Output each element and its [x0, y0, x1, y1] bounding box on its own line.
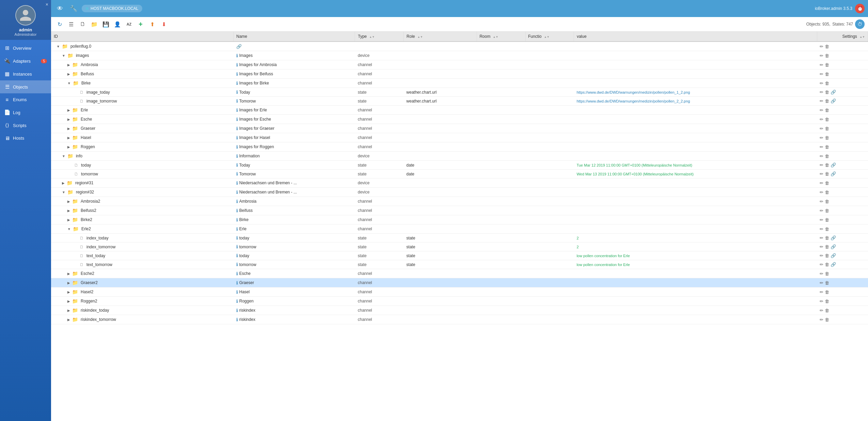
delete-button[interactable]: 🗑 [825, 208, 829, 213]
edit-button[interactable]: ✏ [820, 290, 823, 295]
delete-button[interactable]: 🗑 [825, 199, 829, 204]
edit-button[interactable]: ✏ [820, 81, 823, 86]
delete-button[interactable]: 🗑 [825, 144, 829, 150]
table-row[interactable]: ▶📁riskindex_tomorrowℹriskindexchannel✏🗑 [51, 315, 868, 324]
table-row[interactable]: ▶📁BeifussℹImages for Beifusschannel✏🗑 [51, 69, 868, 79]
sidebar-item-enums[interactable]: ≡ Enums [0, 93, 51, 106]
sidebar-item-overview[interactable]: ⊞ Overview [0, 42, 51, 54]
edit-button[interactable]: ✏ [820, 135, 823, 140]
expand-arrow[interactable]: ▼ [67, 81, 71, 85]
sidebar-item-adapters[interactable]: 🔌 Adapters 5 [0, 54, 51, 67]
table-row[interactable]: ▶📁RoggenℹImages for Roggenchannel✏🗑 [51, 142, 868, 152]
sidebar-item-log[interactable]: 📄 Log [0, 106, 51, 119]
table-row[interactable]: 🗋image_todayℹTodaystateweather.chart.url… [51, 88, 868, 97]
host-pill[interactable]: HOST MACBOOK.LOCAL [82, 5, 142, 12]
sidebar-item-scripts[interactable]: ⟨⟩ Scripts [0, 119, 51, 132]
expand-arrow[interactable]: ▶ [67, 309, 70, 312]
table-row[interactable]: 🗋tomorrowℹTomorowstatedateWed Mar 13 201… [51, 170, 868, 178]
expand-arrow[interactable]: ▶ [67, 218, 70, 222]
folder-view-button[interactable]: 📁 [89, 19, 99, 29]
upload-button[interactable]: ⬆ [147, 19, 157, 29]
table-row[interactable]: ▶📁AmbrosiaℹImages for Ambrosiachannel✏🗑 [51, 60, 868, 69]
delete-button[interactable]: 🗑 [825, 154, 829, 159]
delete-button[interactable]: 🗑 [825, 190, 829, 195]
expand-arrow[interactable]: ▶ [67, 318, 70, 322]
delete-button[interactable]: 🗑 [825, 117, 829, 122]
edit-button[interactable]: ✏ [820, 208, 823, 213]
edit-button[interactable]: ✏ [820, 217, 823, 222]
expand-arrow[interactable]: ▶ [67, 108, 70, 112]
toolbar-clock-button[interactable]: ⏱ [855, 19, 865, 29]
edit-button[interactable]: ✏ [820, 271, 823, 276]
table-row[interactable]: ▼📁infoℹInformationdevice✏🗑 [51, 152, 868, 161]
edit-button[interactable]: ✏ [820, 280, 823, 285]
delete-button[interactable]: 🗑 [825, 317, 829, 322]
edit-button[interactable]: ✏ [820, 181, 823, 186]
delete-button[interactable]: 🗑 [825, 44, 829, 49]
edit-button[interactable]: ✏ [820, 199, 823, 204]
topbar-clock-button[interactable]: ⏰ [855, 4, 865, 13]
edit-button[interactable]: ✏ [820, 72, 823, 77]
delete-button[interactable]: 🗑 [825, 126, 829, 131]
delete-button[interactable]: 🗑 [825, 181, 829, 186]
edit-button[interactable]: ✏ [820, 44, 823, 49]
table-row[interactable]: ▼📁region#32ℹNiedersachsen und Bremen - .… [51, 188, 868, 197]
eye-button[interactable]: 👁 [54, 3, 65, 14]
table-row[interactable]: ▼📁imagesℹImagesdevice✏🗑 [51, 51, 868, 60]
edit-button[interactable]: ✏ [820, 235, 823, 240]
sidebar-item-objects[interactable]: ☰ Objects [0, 80, 51, 93]
table-row[interactable]: ▶📁ErleℹImages for Erlechannel✏🗑 [51, 106, 868, 115]
expand-arrow[interactable]: ▶ [67, 209, 70, 213]
table-row[interactable]: ▼📁pollenflug.0🔗✏🗑 [51, 42, 868, 51]
expand-arrow[interactable]: ▼ [57, 45, 60, 48]
expand-arrow[interactable]: ▼ [62, 190, 65, 194]
refresh-button[interactable]: ↻ [54, 19, 65, 29]
table-row[interactable]: ▶📁HaselℹImages for Haselchannel✏🗑 [51, 133, 868, 142]
edit-button[interactable]: ✏ [820, 227, 823, 232]
expand-arrow[interactable]: ▼ [62, 154, 65, 158]
edit-button[interactable]: ✏ [820, 171, 823, 176]
expand-arrow[interactable]: ▶ [67, 145, 70, 149]
edit-button[interactable]: ✏ [820, 90, 823, 95]
delete-button[interactable]: 🗑 [825, 135, 829, 140]
table-row[interactable]: 🗋todayℹTodaystatedateTue Mar 12 2019 11:… [51, 161, 868, 170]
table-row[interactable]: 🗋text_tomorrowℹtomorrowstatestatelow pol… [51, 260, 868, 269]
edit-button[interactable]: ✏ [820, 262, 823, 267]
link-button[interactable]: 🔗 [831, 162, 836, 168]
link-button[interactable]: 🔗 [831, 262, 836, 267]
edit-button[interactable]: ✏ [820, 117, 823, 122]
delete-button[interactable]: 🗑 [825, 90, 829, 95]
table-row[interactable]: ▶📁Beifuss2ℹBeifusschannel✏🗑 [51, 206, 868, 215]
expand-arrow[interactable]: ▶ [67, 281, 70, 285]
table-row[interactable]: 🗋index_todayℹtodaystatestate2✏🗑🔗 [51, 234, 868, 243]
expand-arrow[interactable]: ▶ [67, 127, 70, 130]
sidebar-item-instances[interactable]: ▦ Instances [0, 67, 51, 80]
expand-arrow[interactable]: ▶ [67, 118, 70, 121]
edit-button[interactable]: ✏ [820, 126, 823, 131]
expand-arrow[interactable]: ▼ [67, 227, 71, 231]
delete-button[interactable]: 🗑 [825, 308, 829, 313]
link-button[interactable]: 🔗 [831, 98, 836, 104]
edit-button[interactable]: ✏ [820, 144, 823, 150]
table-row[interactable]: ▶📁EscheℹImages for Eschechannel✏🗑 [51, 115, 868, 124]
edit-button[interactable]: ✏ [820, 98, 823, 104]
link-button[interactable]: 🔗 [831, 244, 836, 249]
expand-arrow[interactable]: ▶ [67, 136, 70, 140]
col-func-header[interactable]: Functio ▲▼ [525, 32, 574, 42]
delete-button[interactable]: 🗑 [825, 81, 829, 86]
wrench-button[interactable]: 🔧 [68, 3, 79, 14]
col-settings-header[interactable]: Settings ▲▼ [817, 32, 868, 42]
table-row[interactable]: ▶📁riskindex_todayℹriskindexchannel✏🗑 [51, 306, 868, 315]
delete-button[interactable]: 🗑 [825, 299, 829, 304]
link-button[interactable]: 🔗 [831, 171, 836, 176]
sidebar-item-hosts[interactable]: 🖥 Hosts [0, 132, 51, 144]
delete-button[interactable]: 🗑 [825, 244, 829, 249]
table-row[interactable]: ▶📁region#31ℹNiedersachsen und Bremen - .… [51, 178, 868, 188]
edit-button[interactable]: ✏ [820, 299, 823, 304]
delete-button[interactable]: 🗑 [825, 235, 829, 240]
delete-button[interactable]: 🗑 [825, 62, 829, 67]
delete-button[interactable]: 🗑 [825, 271, 829, 276]
col-type-header[interactable]: Type ▲▼ [355, 32, 404, 42]
download-button[interactable]: ⬇ [159, 19, 169, 29]
table-row[interactable]: ▶📁Birke2ℹBirkechannel✏🗑 [51, 215, 868, 224]
